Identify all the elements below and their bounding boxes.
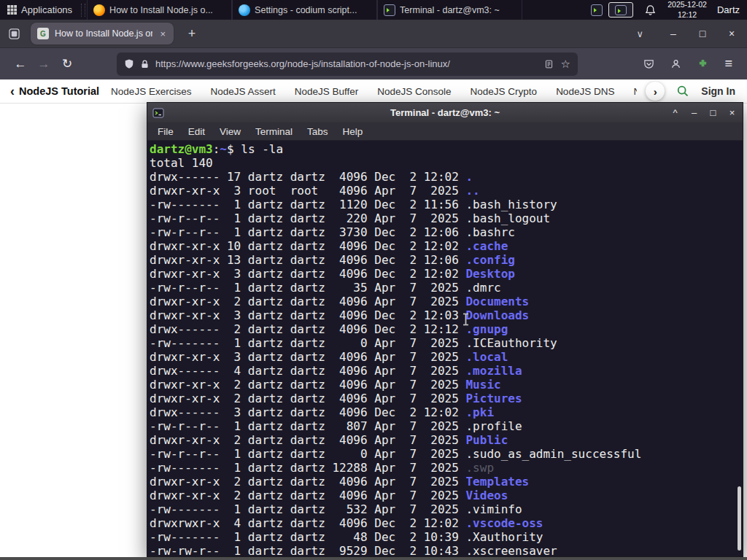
taskbar-window-title: Terminal - dartz@vm3: ~ (400, 5, 500, 15)
terminal-line: -rw-r--r-- 1 dartz dartz 3730 Dec 2 12:0… (150, 225, 743, 239)
terminal-menu-edit[interactable]: Edit (181, 126, 212, 137)
terminal-line: drwxr-xr-x 3 root root 4096 Apr 7 2025 .… (150, 184, 743, 198)
browser-tab-bar: G How to Install Node.js on × + ∨ – □ × (0, 20, 747, 47)
desktop-bottom-strip (0, 557, 747, 560)
terminal-line: drwxr-xr-x 2 dartz dartz 4096 Apr 7 2025… (150, 489, 743, 502)
pocket-icon[interactable] (643, 58, 654, 69)
gfg-favicon: G (37, 28, 49, 39)
subnav-scroll-right-button[interactable]: › (646, 82, 665, 101)
urlbar-right-icons: ☆ (544, 58, 570, 71)
browser-close-button[interactable]: × (727, 28, 737, 39)
terminal-line: drwxr-xr-x 2 dartz dartz 4096 Apr 7 2025… (150, 378, 743, 392)
site-nav-item[interactable]: NodeJS Crypto (471, 86, 538, 97)
terminal-line: -rw------- 1 dartz dartz 532 Apr 7 2025 … (150, 502, 743, 516)
taskbar-window-button[interactable]: How to Install Node.js o... (87, 0, 232, 20)
reader-mode-icon[interactable] (544, 59, 554, 69)
top-panel: Applications How to Install Node.js o...… (0, 0, 747, 20)
gfg-nav-items: NodeJS ExercisesNodeJS AssertNodeJS Buff… (111, 86, 637, 97)
terminal-line: -rw-rw-r-- 1 dartz dartz 9529 Dec 2 10:4… (150, 544, 743, 556)
terminal-line: drwxr-xr-x 3 dartz dartz 4096 Dec 2 12:0… (150, 267, 743, 281)
list-all-tabs-icon[interactable]: ∨ (636, 28, 643, 39)
terminal-line: total 140 (150, 156, 743, 170)
terminal-line: -rw-r--r-- 1 dartz dartz 220 Apr 7 2025 … (150, 211, 743, 225)
gfg-subnav: ‹ NodeJS Tutorial NodeJS ExercisesNodeJS… (0, 79, 747, 104)
hamburger-menu-icon[interactable]: ≡ (724, 56, 732, 71)
site-nav-item[interactable]: NodeJS Assert (210, 86, 275, 97)
site-nav-item[interactable]: NodeJS Buffer (295, 86, 359, 97)
gfg-nav-title[interactable]: NodeJS Tutorial (19, 85, 99, 97)
terminal-menu-file[interactable]: File (150, 126, 181, 137)
panel-clock[interactable]: 2025-12-02 12:12 (667, 0, 707, 19)
extension-icon[interactable] (697, 58, 708, 69)
taskbar-window-title: Settings - codium script... (255, 5, 357, 15)
terminal-line: -rw------- 1 dartz dartz 12288 Apr 7 202… (150, 461, 743, 475)
terminal-line: -rw-r--r-- 1 dartz dartz 0 Apr 7 2025 .s… (150, 447, 743, 461)
site-nav-item[interactable]: NodeJS Exercises (111, 86, 191, 97)
taskbar-window-list: How to Install Node.js o...Settings - co… (87, 0, 522, 20)
bookmark-star-icon[interactable]: ☆ (561, 58, 570, 71)
terminal-close-button[interactable]: × (726, 107, 738, 118)
taskbar-window-button[interactable]: Terminal - dartz@vm3: ~ (377, 0, 522, 20)
lock-icon[interactable] (140, 59, 150, 69)
browser-toolbar: ← → ↻ https://www.geeksforgeeks.org/node… (0, 47, 747, 79)
forward-button[interactable]: → (32, 52, 55, 76)
terminal-line: drwx------ 17 dartz dartz 4096 Dec 2 12:… (150, 170, 743, 184)
terminal-line: drwxr-xr-x 2 dartz dartz 4096 Apr 7 2025… (150, 433, 743, 447)
tray-terminal-icon-2 (615, 5, 627, 15)
account-icon[interactable] (670, 58, 681, 69)
tray-focused-window-box[interactable] (608, 2, 633, 18)
sign-in-button[interactable]: Sign In (701, 85, 735, 97)
tab-title: How to Install Node.js on (55, 28, 152, 39)
terminal-menu-tabs[interactable]: Tabs (300, 126, 336, 137)
terminal-shade-button[interactable]: ^ (669, 107, 681, 118)
terminal-titlebar[interactable]: Terminal - dartz@vm3: ~ ^ – □ × (147, 103, 743, 122)
terminal-window-controls: ^ – □ × (669, 107, 738, 118)
taskbar-window-button[interactable]: Settings - codium script... (232, 0, 377, 20)
terminal-line: drwxr-xr-x 3 dartz dartz 4096 Apr 7 2025… (150, 350, 743, 364)
notification-bell-icon[interactable] (645, 4, 656, 16)
firefox-view-icon[interactable] (7, 27, 20, 40)
site-nav-item[interactable]: NodeJS DNS (556, 86, 614, 97)
terminal-line: drwxr-xr-x 10 dartz dartz 4096 Dec 2 12:… (150, 239, 743, 253)
back-button[interactable]: ← (9, 52, 32, 76)
terminal-line: drwxr-xr-x 2 dartz dartz 4096 Apr 7 2025… (150, 475, 743, 489)
terminal-app-icon (152, 106, 164, 119)
terminal-line: drwxrwxr-x 4 dartz dartz 4096 Dec 2 12:0… (150, 516, 743, 530)
site-nav-item[interactable]: NodeJS Console (377, 86, 451, 97)
browser-minimize-button[interactable]: – (668, 28, 678, 39)
terminal-line: -rw------- 1 dartz dartz 1120 Dec 2 11:5… (150, 198, 743, 211)
terminal-minimize-button[interactable]: – (688, 107, 700, 118)
tab-close-icon[interactable]: × (158, 28, 167, 39)
terminal-line: drwx------ 2 dartz dartz 4096 Dec 2 12:1… (150, 322, 743, 336)
tray-terminal-icon[interactable] (591, 4, 603, 16)
clock-time: 12:12 (667, 10, 707, 20)
url-bar[interactable]: https://www.geeksforgeeks.org/node-js/in… (117, 52, 578, 76)
applications-icon (7, 5, 17, 15)
url-text[interactable]: https://www.geeksforgeeks.org/node-js/in… (155, 58, 538, 69)
subnav-scroll-left-icon[interactable]: ‹ (10, 85, 15, 98)
terminal-scrollbar-thumb[interactable] (738, 486, 741, 551)
terminal-menu-help[interactable]: Help (336, 126, 371, 137)
terminal-line: drwxr-xr-x 13 dartz dartz 4096 Dec 2 12:… (150, 253, 743, 267)
search-icon[interactable] (676, 85, 689, 98)
codium-icon (239, 4, 250, 16)
terminal-menu-view[interactable]: View (212, 126, 248, 137)
applications-menu-button[interactable]: Applications (0, 0, 80, 20)
reload-button[interactable]: ↻ (55, 52, 79, 76)
tracking-shield-icon[interactable] (124, 58, 134, 69)
terminal-icon (384, 4, 395, 16)
site-nav-item[interactable]: Node... (633, 86, 637, 97)
panel-grip (81, 4, 85, 17)
terminal-line: drwxr-xr-x 3 dartz dartz 4096 Dec 2 12:0… (150, 308, 743, 322)
terminal-menu-terminal[interactable]: Terminal (248, 126, 300, 137)
browser-maximize-button[interactable]: □ (697, 28, 708, 39)
browser-tab[interactable]: G How to Install Node.js on × (31, 23, 174, 44)
terminal-line: dartz@vm3:~$ ls -la (150, 142, 743, 156)
terminal-output[interactable]: dartz@vm3:~$ ls -latotal 140drwx------ 1… (147, 141, 743, 556)
terminal-line: -rw------- 1 dartz dartz 48 Dec 2 10:39 … (150, 530, 743, 544)
terminal-line: drwx------ 3 dartz dartz 4096 Dec 2 12:0… (150, 405, 743, 419)
terminal-maximize-button[interactable]: □ (707, 107, 719, 118)
screen: Applications How to Install Node.js o...… (0, 0, 747, 560)
new-tab-button[interactable]: + (182, 26, 201, 42)
terminal-line: -rw-r--r-- 1 dartz dartz 35 Apr 7 2025 .… (150, 281, 743, 295)
